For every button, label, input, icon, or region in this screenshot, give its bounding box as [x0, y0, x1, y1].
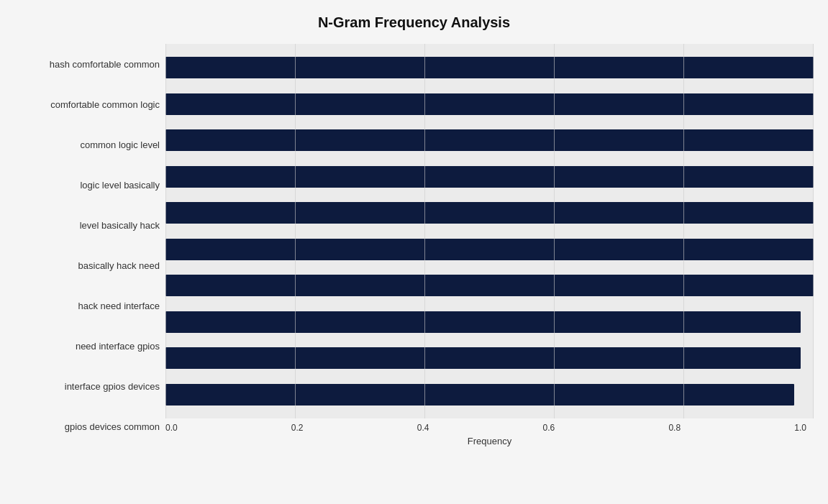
x-tick: 0.4	[417, 423, 429, 433]
bar-row	[165, 272, 814, 299]
x-tick: 0.2	[291, 423, 304, 433]
bar	[165, 93, 814, 115]
x-tick: 1.0	[794, 423, 806, 433]
x-tick: 0.6	[543, 423, 555, 433]
x-axis-label: Frequency	[165, 436, 814, 446]
bar	[165, 57, 814, 78]
bar	[165, 347, 801, 369]
bar	[165, 384, 794, 406]
chart-title: N-Gram Frequency Analysis	[14, 14, 814, 31]
chart-container: N-Gram Frequency Analysis hash comfortab…	[0, 0, 828, 504]
y-axis-label: need interface gpios	[76, 332, 160, 361]
chart-area: hash comfortable commoncomfortable commo…	[14, 44, 814, 447]
bar-row	[165, 91, 814, 118]
x-axis: 0.00.20.40.60.81.0 Frequency	[165, 418, 814, 447]
bar-row	[165, 163, 814, 191]
bar	[165, 166, 814, 188]
y-axis-label: basically hack need	[78, 252, 160, 280]
bar-row	[165, 381, 814, 408]
y-axis-label: level basically hack	[80, 211, 160, 239]
bars-and-x: 0.00.20.40.60.81.0 Frequency	[165, 44, 814, 447]
y-axis-label: interface gpios devices	[65, 372, 160, 401]
bars-area	[165, 44, 814, 418]
y-axis-label: logic level basically	[80, 170, 160, 199]
bar-row	[165, 199, 814, 226]
x-ticks: 0.00.20.40.60.81.0	[165, 418, 814, 433]
bar-row	[165, 54, 814, 81]
x-tick: 0.8	[668, 423, 681, 433]
y-axis-label: hash comfortable common	[50, 50, 160, 78]
bar-row	[165, 236, 814, 263]
bar-row	[165, 344, 814, 372]
y-axis-label: gpios devices common	[65, 413, 160, 441]
bar-row	[165, 308, 814, 336]
y-axis-label: common logic level	[80, 130, 160, 159]
bar	[165, 129, 814, 151]
bar	[165, 275, 814, 296]
y-axis: hash comfortable commoncomfortable commo…	[14, 44, 165, 447]
y-axis-label: hack need interface	[78, 292, 160, 321]
bar	[165, 202, 814, 224]
bar	[165, 311, 801, 333]
bar	[165, 239, 814, 260]
bar-row	[165, 127, 814, 154]
y-axis-label: comfortable common logic	[50, 90, 160, 119]
x-tick: 0.0	[165, 423, 178, 433]
